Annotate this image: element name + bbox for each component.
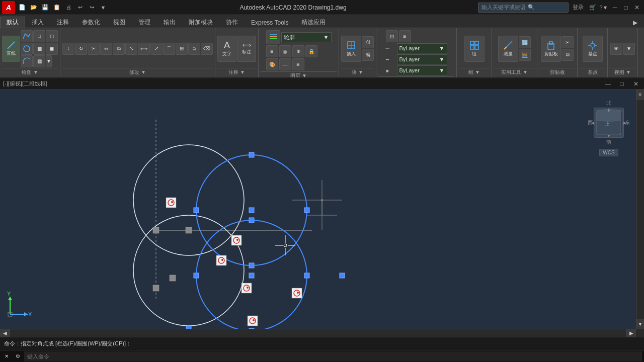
lineweight-dropdown[interactable]: ByLayer▼ [397, 65, 447, 75]
saveas-button[interactable]: 📋 [52, 3, 62, 13]
cmdline-input[interactable] [24, 351, 642, 361]
viewcube-cube[interactable]: 上 ▲ ▼ ◀ ▶ [594, 108, 624, 138]
autocad-logo[interactable]: A [2, 1, 15, 14]
viewport-close[interactable]: ✕ [631, 79, 641, 89]
move-tool[interactable]: ↕ [62, 43, 74, 55]
tab-view[interactable]: 视图 [107, 17, 132, 28]
view-tool[interactable]: 👁 [610, 43, 622, 55]
create-block[interactable]: 创 [362, 36, 374, 48]
cmdline-close[interactable]: ✕ [2, 352, 11, 361]
undo-button[interactable]: ↩ [75, 3, 85, 13]
line-tool[interactable]: 直线 [2, 36, 20, 62]
new-button[interactable]: 📄 [17, 3, 27, 13]
tab-featured[interactable]: 精选应用 [295, 17, 332, 28]
close-button[interactable]: ✕ [632, 3, 642, 13]
maximize-button[interactable]: □ [621, 3, 631, 13]
layer-linetype[interactable]: — [279, 58, 291, 70]
layer-freeze[interactable]: ❄ [292, 45, 304, 57]
minimize-button[interactable]: ─ [610, 3, 620, 13]
layer-dropdown[interactable]: 轮廓 ▼ [281, 32, 332, 42]
qa-dropdown[interactable]: ▼ [98, 3, 108, 13]
help-dropdown[interactable]: ?▼ [599, 3, 609, 13]
tab-manage[interactable]: 管理 [132, 17, 157, 28]
cube-right-arrow[interactable]: ▶ [623, 121, 626, 125]
rectangle-tool[interactable]: □ [33, 30, 45, 42]
drawing-canvas[interactable] [0, 89, 636, 329]
props-panel-toggle[interactable]: ≡ [636, 89, 644, 100]
draw-dropdown[interactable]: ▼ [46, 55, 52, 67]
polyline-tool[interactable] [21, 30, 33, 42]
layer-lineweight[interactable]: ≡ [292, 58, 304, 70]
extend-tool[interactable]: ⟺ [138, 43, 150, 55]
tab-default[interactable]: 默认 [0, 17, 25, 28]
copy-tool[interactable]: ⧉ [113, 43, 125, 55]
wcs-label[interactable]: WCS [599, 149, 618, 156]
drawing-viewport[interactable] [0, 89, 636, 329]
tab-annotate[interactable]: 注释 [50, 17, 75, 28]
cube-left-arrow[interactable]: ◀ [591, 121, 594, 125]
layer-lock[interactable]: 🔒 [305, 45, 317, 57]
array-tool[interactable]: ⊞ [176, 43, 188, 55]
match-properties[interactable]: ⊡ [386, 30, 398, 42]
exchange-button[interactable]: 🛒 [588, 3, 598, 13]
open-button[interactable]: 📂 [29, 3, 39, 13]
basepoint-tool[interactable]: 基点 [583, 36, 603, 62]
measure-tool[interactable]: 测量 [498, 36, 518, 62]
block-editor[interactable]: 编 [362, 49, 374, 61]
prop-list[interactable]: ≡ [399, 30, 411, 42]
scale-tool[interactable]: ⤡ [125, 43, 137, 55]
tab-insert[interactable]: 插入 [25, 17, 50, 28]
erase-tool[interactable]: ⌫ [201, 43, 213, 55]
copy-clip[interactable]: ⧉ [561, 49, 574, 61]
tab-express[interactable]: Express Tools [245, 17, 295, 28]
linetype-dropdown[interactable]: ByLayer▼ [397, 54, 447, 64]
search-bar[interactable]: 输入关键字或短语 🔍 [478, 3, 569, 13]
scrollbar-right[interactable]: ▶ [626, 329, 636, 337]
scrollbar-v-thumb[interactable]: ▼ [636, 319, 644, 329]
rotate-tool[interactable]: ↻ [75, 43, 87, 55]
viewport-wrapper[interactable]: 北 西 上 [0, 89, 644, 337]
scrollbar-h[interactable]: ◀ ▶ [0, 329, 636, 337]
circle-tool[interactable] [21, 43, 33, 55]
save-button[interactable]: 💾 [40, 3, 50, 13]
hatch-tool[interactable]: ▩ [33, 43, 45, 55]
cube-bottom-arrow[interactable]: ▼ [607, 134, 611, 138]
redo-button[interactable]: ↪ [87, 3, 97, 13]
paste-tool[interactable]: 剪贴板 [541, 36, 561, 62]
insert-block[interactable]: 插入 [341, 36, 361, 62]
layer-match[interactable]: ≡ [266, 45, 278, 57]
viewport-restore[interactable]: — [603, 79, 613, 89]
quick-calc[interactable]: 🧮 [519, 49, 531, 61]
region-tool[interactable]: ◻ [46, 30, 58, 42]
viewcube[interactable]: 北 西 上 [589, 100, 629, 155]
viewport-maximize[interactable]: □ [617, 79, 627, 89]
tab-addons[interactable]: 附加模块 [182, 17, 219, 28]
scrollbar-left[interactable]: ◀ [0, 329, 10, 337]
cmdline-settings[interactable]: ⚙ [13, 352, 22, 361]
view-dropdown[interactable]: ▼ [623, 43, 635, 55]
layer-isolate[interactable]: ◎ [279, 45, 291, 57]
count-tool[interactable]: 🔢 [519, 36, 531, 48]
fillet-tool[interactable]: ⌒ [163, 43, 175, 55]
color-dropdown[interactable]: ByLayer▼ [397, 43, 447, 53]
cut-tool[interactable]: ✂ [561, 36, 574, 48]
stretch-tool[interactable]: ⤢ [150, 43, 163, 55]
gradient-tool[interactable]: ▦ [33, 55, 45, 67]
print-button[interactable]: 🖨 [63, 3, 73, 13]
dim-tool[interactable]: ⟺ 标注 [237, 36, 256, 62]
tab-parametric[interactable]: 参数化 [75, 17, 107, 28]
trim-tool[interactable]: ✂ [88, 43, 100, 55]
layer-properties[interactable] [266, 30, 280, 44]
cube-top-arrow[interactable]: ▲ [607, 107, 611, 112]
tab-more[interactable]: ▶ [626, 17, 644, 28]
mirror-tool[interactable]: ⇔ [100, 43, 112, 55]
wipeout-tool[interactable]: ◼ [46, 43, 58, 55]
tab-collab[interactable]: 协作 [219, 17, 245, 28]
signin-button[interactable]: 登录 [570, 3, 587, 13]
group-tool[interactable]: 组 [464, 36, 485, 62]
tab-output[interactable]: 输出 [157, 17, 182, 28]
arc-tool[interactable] [21, 55, 33, 67]
layer-color[interactable]: 🎨 [266, 58, 278, 70]
text-tool[interactable]: A 文字 [217, 36, 236, 62]
offset-tool[interactable]: ⊃ [188, 43, 200, 55]
